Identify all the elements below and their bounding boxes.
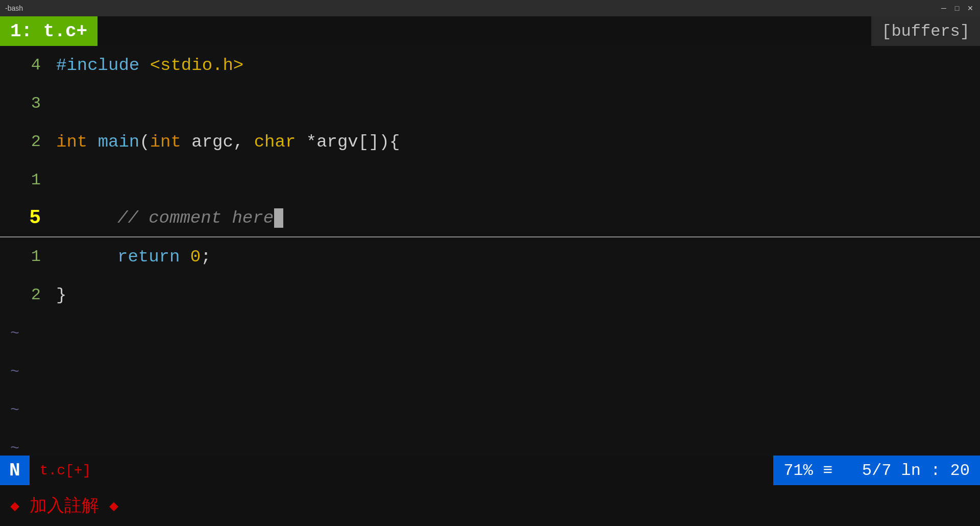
line-number: 3 [10, 94, 41, 113]
editor-area[interactable]: 4 #include <stdio.h> 3 2 int main(int ar… [0, 46, 980, 456]
tilde: ~ [10, 401, 19, 419]
code-content: return 0; [56, 247, 211, 267]
line-number: 1 [10, 171, 41, 189]
code-line-4: 4 #include <stdio.h> [0, 46, 980, 84]
title-text: -bash [5, 4, 23, 12]
tilde-line-1: ~ [0, 314, 980, 352]
minimize-button[interactable]: ─ [939, 4, 948, 13]
command-text: ◆ 加入註解 ◆ [10, 494, 118, 517]
maximize-button[interactable]: □ [952, 4, 962, 13]
code-content: int main(int argc, char *argv[]){ [56, 132, 400, 152]
mode-indicator: N [0, 456, 30, 485]
line-number: 2 [10, 285, 41, 304]
right-status: 71% ≡ 5/7 ln : 20 [773, 456, 980, 485]
active-tab[interactable]: 1: t.c+ [0, 16, 97, 46]
col-indicator: 20 [950, 461, 970, 480]
tilde: ~ [10, 325, 19, 342]
file-name-status: t.c[+] [30, 463, 102, 479]
buffers-label: [buffers] [871, 16, 980, 46]
line-number: 2 [10, 132, 41, 151]
title-bar: -bash ─ □ ✕ [0, 0, 980, 16]
ln-label: ln [901, 461, 921, 480]
tilde-line-2: ~ [0, 352, 980, 391]
text-cursor [274, 208, 283, 228]
line-number: 4 [10, 56, 41, 75]
tilde: ~ [10, 440, 19, 457]
position-indicator: 5/7 [862, 461, 892, 480]
code-line-1-empty: 1 [0, 161, 980, 199]
command-line: ◆ 加入註解 ◆ [0, 485, 980, 526]
command-label: 加入註解 [30, 494, 99, 517]
code-line-2-brace: 2 } [0, 276, 980, 314]
line-number: 1 [10, 247, 41, 266]
tilde: ~ [10, 363, 19, 380]
window-controls: ─ □ ✕ [939, 4, 975, 13]
code-content: } [56, 285, 66, 305]
code-line-5-current: 5 // comment here [0, 199, 980, 237]
diamond-right-icon: ◆ [109, 496, 118, 515]
line-number-highlighted: 5 [10, 207, 41, 229]
diamond-left-icon: ◆ [10, 496, 19, 515]
percent-indicator: 71% [783, 461, 813, 480]
close-button[interactable]: ✕ [966, 4, 975, 13]
code-content: // comment here [56, 208, 283, 228]
status-bar: N t.c[+] 71% ≡ 5/7 ln : 20 [0, 456, 980, 485]
tab-bar: 1: t.c+ [buffers] [0, 16, 980, 46]
code-content: #include <stdio.h> [56, 56, 243, 75]
code-line-1-return: 1 return 0; [0, 237, 980, 276]
equals-icon: ≡ [823, 461, 832, 480]
code-line-3: 3 [0, 84, 980, 123]
code-line-2-main: 2 int main(int argc, char *argv[]){ [0, 123, 980, 161]
tilde-line-3: ~ [0, 391, 980, 429]
